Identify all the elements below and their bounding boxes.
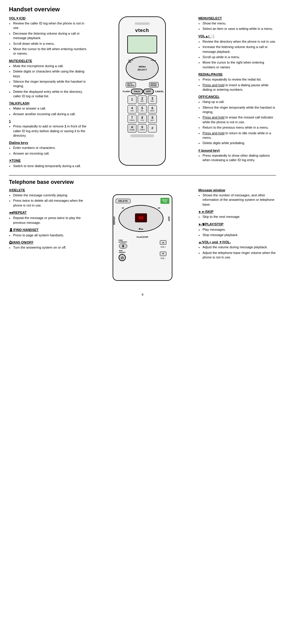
nav-vol-up: VOL▲📑 [151, 59, 156, 63]
pound-key-block: # (pound key) Press repeatedly to show o… [198, 149, 276, 163]
list-item: Shows the number of messages, and other … [203, 193, 276, 207]
off-cancel-list: Hang up a call. Silence the ringer tempo… [198, 100, 276, 146]
list-item: Hang up a call. [203, 100, 276, 104]
key-5: 5JKL [138, 105, 147, 113]
vol-down-label: VOL− [160, 257, 166, 259]
vol-cid-list: Review the caller ID log when the phone … [9, 21, 87, 56]
list-item: Increase the listening volume during a c… [203, 45, 276, 54]
base-left-col: X/DELETE Delete the message currently pl… [9, 188, 87, 290]
base-body: DELETE ENERGY STAR ◂◂ ▸▸ ▶/▬ [113, 194, 172, 281]
repeat-title: ◂◂/REPEAT [9, 211, 87, 215]
list-item: Enter numbers or characters. [13, 146, 87, 150]
key-9: 9WXY [148, 115, 157, 123]
tone-block: ✕TONE Switch to tone dialing temporarily… [9, 159, 87, 168]
base-row4: ANSON/OFF ⏻ ▼ VOL− [119, 250, 166, 261]
vol-label: VOL+ [160, 246, 166, 248]
repeat-block: ◂◂/REPEAT Repeat the message or press tw… [9, 211, 87, 225]
key-7: 7PQRS [128, 115, 137, 123]
list-item: Move the cursor to the left when enterin… [13, 47, 87, 56]
ans-onoff-title: ⏻/ANS ON/OFF [9, 241, 87, 244]
list-item: Silence the ringer temporarily while the… [13, 79, 87, 89]
dialing-keys-block: Dialing keys Enter numbers or characters… [9, 141, 87, 156]
ans-onoff-list: Turn the answering system on or off. [9, 245, 87, 250]
vol-cid-block: VOL▼/CID Review the caller ID log when t… [9, 16, 87, 56]
list-item: Stop message playback. [203, 233, 276, 237]
page-container: Handset overview VOL▼/CID Review the cal… [0, 0, 285, 302]
list-item: Press twice to delete all old messages w… [13, 198, 87, 208]
base-section: X/DELETE Delete the message currently pl… [9, 188, 276, 290]
list-item: Press repeatedly to review the redial li… [203, 77, 276, 82]
vol-cid-title: VOL▼/CID [9, 16, 87, 20]
list-item: Press and hold to erase the missed call … [203, 115, 276, 124]
nav-labels: VOL▼CID VOL▲📑 [126, 59, 158, 63]
phone-brand: vtech [135, 28, 149, 33]
list-item: Move the cursor to the right when enteri… [203, 60, 276, 70]
cancel-label: CANCEL [155, 90, 164, 93]
list-item: Answer another incoming call during a ca… [13, 112, 87, 116]
mute-delete-list: Mute the microphone during a call. Delet… [9, 64, 87, 99]
energy-star: ENERGY STAR [160, 198, 169, 204]
redial-pause-title: REDIAL/PAUSE [198, 73, 276, 76]
list-item: Delete the message currently playing. [13, 193, 87, 198]
key-0: 0OPER [138, 124, 147, 133]
list-item: Select an item or save a setting while i… [203, 27, 276, 31]
phone-side-btns: MUTEDELETE REDIALPAUSE [126, 82, 159, 87]
base-top-row: DELETE ENERGY STAR [116, 198, 169, 204]
message-window-title: Message window [198, 188, 276, 192]
key-4: 4GHI [128, 105, 137, 113]
list-item: Press to page all system handsets. [13, 233, 87, 238]
page-number: 4 [9, 293, 276, 296]
play-stop-list: Play messages. Stop message playback. [198, 227, 276, 238]
redial-pause-block: REDIAL/PAUSE Press repeatedly to review … [198, 73, 276, 92]
phone-diagram: vtech VOL▼CID VOL▲📑 MENU SELECT MUT [87, 16, 198, 172]
message-window-list: Shows the number of messages, and other … [198, 193, 276, 207]
mute-delete-title: MUTE/DELETE [9, 59, 87, 63]
list-item: Repeat the message or press twice to pla… [13, 216, 87, 225]
tone-title: ✕TONE [9, 159, 87, 163]
message-display: 88 [135, 213, 147, 222]
list-item: Delete digits or characters while using … [13, 69, 87, 78]
list-item: Press and hold to insert a dialing pause… [203, 83, 276, 92]
find-btn: 📱 [119, 244, 127, 249]
skip-block: ►►/SKIP Skip to the next message. [198, 210, 276, 219]
section-divider [9, 175, 276, 175]
ans-label: ANSON/OFF [119, 250, 126, 253]
handset-right-col: MENU/SELECT Show the menu. Select an ite… [198, 16, 276, 172]
redial-btn: REDIALPAUSE [149, 82, 159, 87]
list-item: Press repeatedly to show other dialing o… [203, 153, 276, 163]
play-stop-label: PLAY/STOP [137, 236, 148, 238]
talk-flash-list: Make or answer a call. Answer another in… [9, 106, 87, 116]
phone-speaker [135, 22, 150, 25]
tone-list: Switch to tone dialing temporarily durin… [9, 164, 87, 168]
talk-row: FLASH TALK OFF CANCEL [123, 89, 162, 94]
list-item: Decrease the listening volume during a c… [13, 31, 87, 41]
base-right-col: Message window Shows the number of messa… [198, 188, 276, 290]
x-delete-list: Delete the message currently playing. Pr… [9, 193, 87, 208]
talk-flash-title: TALK/FLASH [9, 101, 87, 105]
find-handset-list: Press to page all system handsets. [9, 233, 87, 238]
nav-vol-down: VOL▼CID [128, 59, 134, 63]
pound-key-title: # (pound key) [198, 149, 276, 152]
find-handset-title: 📱/FIND HANDSET [9, 228, 87, 232]
list-item: Switch to tone dialing temporarily durin… [13, 164, 87, 168]
play-stop-title: ►/▮/PLAY/STOP [198, 222, 276, 226]
list-item: Return to the previous menu while in a m… [203, 125, 276, 130]
ans-onoff-block: ⏻/ANS ON/OFF Turn the answering system o… [9, 241, 87, 250]
list-item: Adjust the volume during message playbac… [203, 245, 276, 249]
talk-flash-block: TALK/FLASH Make or answer a call. Answer… [9, 101, 87, 116]
nav-center: MENU SELECT [137, 65, 147, 71]
phone-body: vtech VOL▼CID VOL▲📑 MENU SELECT MUT [119, 16, 166, 166]
dialing-keys-list: Enter numbers or characters. Answer an i… [9, 146, 87, 156]
list-item: Delete digits while predialing. [203, 141, 276, 145]
redial-pause-list: Press repeatedly to review the redial li… [198, 77, 276, 92]
x-delete-title: X/DELETE [9, 188, 87, 192]
vol-up-btn: ▲ [160, 240, 166, 245]
base-skip-label: ▸▸ [158, 207, 160, 209]
base-row3: FINDHANDSET 📱 ▲ VOL+ [119, 239, 166, 249]
vol-controls-title: ▲/VOL+ and ▼/VOL- [198, 240, 276, 244]
skip-title: ►►/SKIP [198, 210, 276, 213]
base-image: DELETE ENERGY STAR ◂◂ ▸▸ ▶/▬ [110, 188, 175, 290]
list-item: Scroll down while in a menu. [13, 41, 87, 46]
vol-up-list: Review the directory when the phone is n… [198, 39, 276, 70]
off-btn: OFF [143, 89, 154, 94]
